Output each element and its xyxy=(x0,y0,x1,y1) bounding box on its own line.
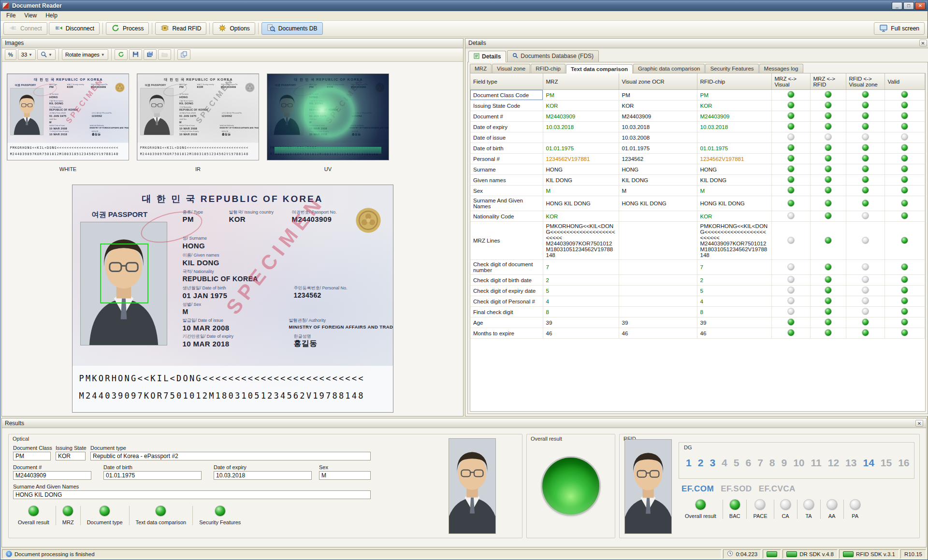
thumbnail-ir[interactable]: 대 한 민 국 REPUBLIC OF KOREA 여권 PASSPORT 종류… xyxy=(137,73,259,160)
table-row[interactable]: Months to expire464646 xyxy=(470,328,925,339)
menu-file[interactable]: File xyxy=(2,11,19,20)
refresh-button[interactable] xyxy=(115,49,128,60)
table-row[interactable]: Check digit of Personal #44 xyxy=(470,296,925,307)
results-close-icon[interactable]: ✕ xyxy=(915,420,923,427)
table-row[interactable]: Date of issue10.03.2008 xyxy=(470,132,925,143)
read-rfid-button[interactable]: Read RFID xyxy=(155,22,206,35)
menu-help[interactable]: Help xyxy=(42,11,61,20)
dg-3[interactable]: 3 xyxy=(710,457,715,469)
dg-10[interactable]: 10 xyxy=(793,457,804,469)
images-canvas[interactable]: 대 한 민 국 REPUBLIC OF KOREA 여권 PASSPORT 종류… xyxy=(2,62,463,416)
table-row[interactable]: Check digit of birth date22 xyxy=(470,275,925,286)
dg-16[interactable]: 16 xyxy=(898,457,909,469)
ef-com-label[interactable]: EF.COM xyxy=(682,484,714,494)
zoom-percent-button[interactable]: % xyxy=(5,49,16,60)
full-screen-button[interactable]: Full screen xyxy=(874,22,925,35)
issuing-state-field[interactable] xyxy=(56,452,86,460)
subtab-mrz[interactable]: MRZ xyxy=(470,64,492,73)
dg-2[interactable]: 2 xyxy=(698,457,704,469)
toolbar-separator xyxy=(209,23,210,34)
table-header-row: Field typeMRZVisual zone OCRRFID-chipMRZ… xyxy=(470,73,925,90)
mrz-value-cell: 5 xyxy=(543,286,619,296)
close-button[interactable]: ✕ xyxy=(915,2,926,10)
subtab-security-features[interactable]: Security Features xyxy=(705,64,758,73)
process-button[interactable]: Process xyxy=(106,22,149,35)
table-row[interactable]: Document Class CodePMPMPM xyxy=(470,90,925,101)
dg-5[interactable]: 5 xyxy=(734,457,740,469)
table-row[interactable]: Document #M24403909M24403909M24403909 xyxy=(470,111,925,122)
table-row[interactable]: Surname And Given NamesHONG KIL DONGHONG… xyxy=(470,196,925,211)
table-row[interactable]: Personal #1234562V19788112345621234562V1… xyxy=(470,154,925,164)
table-row[interactable]: Nationality CodeKORKOR xyxy=(470,211,925,222)
comparison-led-cell xyxy=(846,196,884,211)
passport-image[interactable]: 대 한 민 국 REPUBLIC OF KOREA 여권 PASSPORT 종류… xyxy=(72,185,393,413)
table-row[interactable]: SurnameHONGHONGHONG xyxy=(470,164,925,175)
sex-field[interactable] xyxy=(319,471,371,480)
document-type-field[interactable] xyxy=(90,452,371,460)
document-number-field[interactable] xyxy=(13,471,91,480)
table-row[interactable]: SexMMM xyxy=(470,186,925,196)
subtab-text-data-comparison[interactable]: Text data comparison xyxy=(566,64,633,73)
subtab-messages-log[interactable]: Messages log xyxy=(759,64,803,73)
table-row[interactable]: MRZ LinesPMKORHONG<<KIL<DONG<<<<<<<<<<<<… xyxy=(470,222,925,260)
save-all-button[interactable] xyxy=(144,49,157,60)
dg-13[interactable]: 13 xyxy=(845,457,856,469)
save-image-button[interactable] xyxy=(129,49,142,60)
status-led xyxy=(788,166,794,172)
subtab-rfid-chip[interactable]: RFID-chip xyxy=(531,64,566,73)
status-led xyxy=(825,134,831,140)
maximize-button[interactable]: □ xyxy=(903,2,914,10)
dg-4[interactable]: 4 xyxy=(722,457,727,469)
dg-15[interactable]: 15 xyxy=(881,457,892,469)
table-row[interactable]: Final check digit88 xyxy=(470,307,925,317)
document-class-field[interactable] xyxy=(13,452,51,460)
tab-details[interactable]: Details xyxy=(468,51,506,62)
result-led-ca: CA xyxy=(774,500,797,519)
surname-given-names-field[interactable] xyxy=(13,490,371,499)
comparison-led-cell xyxy=(846,154,884,164)
subtab-graphic-data-comparison[interactable]: Graphic data comparison xyxy=(633,64,705,73)
ef-cvca-label[interactable]: EF.CVCA xyxy=(759,484,796,494)
table-row[interactable]: Date of expiry10.03.201810.03.201810.03.… xyxy=(470,122,925,132)
options-button[interactable]: Options xyxy=(213,22,255,35)
date-of-expiry-field[interactable] xyxy=(214,471,312,480)
menu-view[interactable]: View xyxy=(20,11,41,20)
table-row[interactable]: Check digit of document number77 xyxy=(470,260,925,275)
zoom-value-dropdown[interactable]: 33▼ xyxy=(18,49,36,60)
minimize-button[interactable]: _ xyxy=(892,2,902,10)
passport-issue-label: 발급일/ Date of issue xyxy=(179,124,195,127)
thumbnail-white[interactable]: 대 한 민 국 REPUBLIC OF KOREA 여권 PASSPORT 종류… xyxy=(7,73,129,160)
passport-dob-value: 01 JAN 1975 xyxy=(183,291,228,300)
table-row[interactable]: Issuing State CodeKORKORKOR xyxy=(470,101,925,111)
results-panel-header: Results ✕ xyxy=(2,418,926,428)
disconnect-button[interactable]: Disconnect xyxy=(49,22,100,35)
rotate-images-dropdown[interactable]: Rotate images▼ xyxy=(62,49,108,60)
thumbnail-uv[interactable]: 대 한 민 국 REPUBLIC OF KOREA 여권 PASSPORT 종류… xyxy=(267,73,389,160)
copy-image-button[interactable] xyxy=(177,49,190,60)
dg-11[interactable]: 11 xyxy=(811,457,822,469)
zoom-tool-button[interactable]: ▼ xyxy=(37,49,56,60)
connect-button[interactable]: Connect xyxy=(3,22,47,35)
table-row[interactable]: Age393939 xyxy=(470,317,925,328)
passport-image[interactable]: 대 한 민 국 REPUBLIC OF KOREA 여권 PASSPORT 종류… xyxy=(7,74,129,160)
table-row[interactable]: Check digit of expiry date55 xyxy=(470,286,925,296)
dg-6[interactable]: 6 xyxy=(745,457,751,469)
result-led-ta: TA xyxy=(798,500,820,519)
ef-sod-label[interactable]: EF.SOD xyxy=(721,484,752,494)
dg-12[interactable]: 12 xyxy=(828,457,839,469)
table-row[interactable]: Given namesKIL DONGKIL DONGKIL DONG xyxy=(470,175,925,186)
dg-9[interactable]: 9 xyxy=(782,457,787,469)
dg-1[interactable]: 1 xyxy=(686,457,692,469)
documents-db-button[interactable]: Documents DB xyxy=(261,22,323,35)
dg-14[interactable]: 14 xyxy=(863,457,874,469)
table-row[interactable]: Date of birth01.01.197501.01.197501.01.1… xyxy=(470,143,925,154)
tab-documents-database[interactable]: Documents Database (FDS) xyxy=(507,50,599,62)
dg-7[interactable]: 7 xyxy=(757,457,763,469)
passport-header: 대 한 민 국 REPUBLIC OF KOREA xyxy=(7,77,129,82)
date-of-birth-field[interactable] xyxy=(103,471,202,480)
subtab-visual-zone[interactable]: Visual zone xyxy=(492,64,530,73)
dg-8[interactable]: 8 xyxy=(769,457,775,469)
passport-image[interactable]: 대 한 민 국 REPUBLIC OF KOREA 여권 PASSPORT 종류… xyxy=(137,74,259,160)
details-close-icon[interactable]: ✕ xyxy=(919,40,927,46)
open-image-button[interactable] xyxy=(158,49,171,60)
